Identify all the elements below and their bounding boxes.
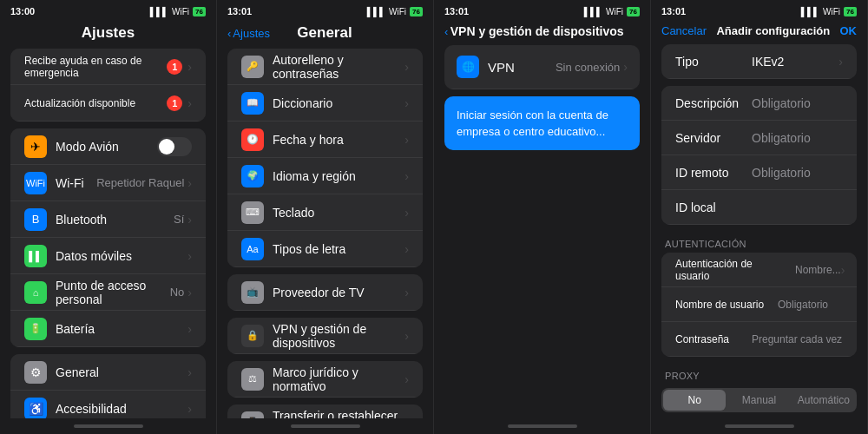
servidor-placeholder: Obligatorio [752, 131, 843, 145]
legal-row[interactable]: ⚖ Marco jurídico y normativo › [227, 361, 423, 398]
fonts-row[interactable]: Aa Tipos de letra › [227, 231, 423, 267]
tvprovider-icon: 📺 [241, 281, 264, 304]
proxy-manual-button[interactable]: Manual [727, 390, 790, 411]
contrasena-placeholder: Preguntar cada vez [752, 333, 843, 345]
datetime-row[interactable]: 🕐 Fecha y hora › [227, 122, 423, 158]
tipo-label: Tipo [675, 55, 745, 69]
battery-2: 76 [410, 7, 423, 16]
proxy-no-button[interactable]: No [663, 390, 726, 411]
tipo-value: IKEv2 [752, 55, 838, 69]
keyboard-chevron: › [404, 206, 409, 220]
page-title-3: VPN y gestión de dispositivos [448, 24, 626, 38]
dictionary-chevron: › [404, 96, 409, 110]
language-row[interactable]: 🌍 Idioma y región › [227, 158, 423, 194]
autofill-row[interactable]: 🔑 Autorelleno y contraseñas › [227, 49, 423, 85]
panel-content-4: Tipo IKEv2 › Descripción Obligatorio Ser… [651, 44, 867, 418]
id-local-row[interactable]: ID local [661, 190, 857, 225]
emergency-badge: 1 [167, 59, 182, 75]
emergency-section: Recibe ayuda en caso de emergencia 1 › A… [10, 49, 206, 122]
autofill-icon: 🔑 [241, 56, 264, 78]
cellular-label: Datos móviles [56, 249, 187, 263]
back-chevron-2: ‹ [227, 27, 231, 40]
tv-section: 📺 Proveedor de TV › [227, 274, 423, 311]
language-chevron: › [404, 169, 409, 183]
fields-section: Descripción Obligatorio Servidor Obligat… [661, 86, 857, 225]
update-chevron: › [187, 96, 192, 110]
signal-icon-1: ▌▌▌ [150, 7, 168, 16]
wifi-icon-4: WiFi [823, 7, 840, 16]
fonts-chevron: › [404, 242, 409, 256]
time-4: 13:01 [661, 6, 686, 16]
vpndevice-label: VPN y gestión de dispositivos [273, 322, 404, 350]
page-title-4: Añadir configuración [707, 24, 839, 37]
contrasena-label: Contraseña [675, 333, 745, 345]
transfer-icon: 📱 [241, 411, 264, 419]
vpn-info-card[interactable]: Iniciar sesión con la cuenta de empresa … [444, 96, 640, 150]
cellular-chevron: › [187, 249, 192, 263]
wifi-chevron: › [187, 176, 192, 190]
time-2: 13:01 [227, 6, 252, 16]
home-indicator-3 [508, 424, 577, 428]
vpndevice-row[interactable]: 🔒 VPN y gestión de dispositivos › [227, 318, 423, 354]
wifi-row[interactable]: WiFi Wi-Fi Repetidor Raquel › [10, 165, 206, 201]
language-icon: 🌍 [241, 165, 264, 187]
status-icons-3: ▌▌▌ WiFi 76 [584, 7, 640, 16]
servidor-label: Servidor [675, 131, 745, 145]
home-indicator-2 [291, 424, 360, 428]
keyboard-icon: ⌨ [241, 201, 264, 224]
contrasena-row[interactable]: Contraseña Preguntar cada vez [661, 322, 857, 357]
legal-section: ⚖ Marco jurídico y normativo › [227, 361, 423, 398]
keyboard-row[interactable]: ⌨ Teclado › [227, 194, 423, 231]
vpndevice-section: 🔒 VPN y gestión de dispositivos › [227, 318, 423, 354]
cancel-button[interactable]: Cancelar [661, 24, 707, 37]
airplane-row[interactable]: ✈ Modo Avión [10, 128, 206, 165]
airplane-label: Modo Avión [56, 140, 157, 154]
update-row[interactable]: Actualización disponible 1 › [10, 85, 206, 122]
ok-button[interactable]: OK [840, 24, 858, 37]
transfer-label: Transferir o restablecer el iPh… [273, 409, 404, 419]
airplane-toggle[interactable] [157, 137, 192, 156]
emergency-row[interactable]: Recibe ayuda en caso de emergencia 1 › [10, 49, 206, 85]
dictionary-row[interactable]: 📖 Diccionario › [227, 85, 423, 122]
datetime-label: Fecha y hora [273, 133, 404, 147]
auth-usuario-row[interactable]: Autenticación de usuario Nombre... › [661, 253, 857, 287]
panel-add-config: 13:01 ▌▌▌ WiFi 76 Cancelar Añadir config… [651, 0, 868, 434]
nav-bar-3: ‹ VPN y gestión de dispositivos [434, 21, 650, 45]
keyboard-label: Teclado [273, 206, 404, 220]
language-label: Idioma y región [273, 169, 404, 183]
bottom-bar-2 [217, 418, 433, 434]
proxy-automatico-button[interactable]: Automático [792, 390, 855, 411]
wifi-icon-3: WiFi [606, 7, 623, 16]
cellular-row[interactable]: ▌▌ Datos móviles › [10, 238, 206, 274]
back-button-2[interactable]: ‹ Ajustes [227, 27, 270, 40]
vpn-section: 🌐 VPN Sin conexión › [444, 45, 640, 89]
servidor-row[interactable]: Servidor Obligatorio [661, 121, 857, 155]
descripcion-row[interactable]: Descripción Obligatorio [661, 86, 857, 121]
id-remoto-placeholder: Obligatorio [752, 166, 843, 180]
transfer-row[interactable]: 📱 Transferir o restablecer el iPh… › [227, 404, 423, 418]
hotspot-row[interactable]: ⌂ Punto de acceso personal No › [10, 274, 206, 311]
bluetooth-row[interactable]: B Bluetooth Sí › [10, 201, 206, 238]
legal-icon: ⚖ [241, 368, 264, 391]
tipo-row[interactable]: Tipo IKEv2 › [661, 44, 857, 79]
battery-row[interactable]: 🔋 Batería › [10, 311, 206, 347]
proxy-section-label: PROXY [651, 364, 867, 385]
panel-general: 13:01 ▌▌▌ WiFi 76 ‹ Ajustes General 🔑 Au… [217, 0, 434, 434]
hotspot-chevron: › [187, 286, 192, 299]
status-bar-4: 13:01 ▌▌▌ WiFi 76 [651, 0, 867, 21]
fonts-label: Tipos de letra [273, 242, 404, 256]
status-icons-1: ▌▌▌ WiFi 76 [150, 7, 206, 16]
accessibility-row[interactable]: ♿ Accesibilidad › [10, 391, 206, 418]
id-remoto-row[interactable]: ID remoto Obligatorio [661, 155, 857, 190]
accessibility-chevron: › [187, 402, 192, 416]
wifi-label: Wi-Fi [56, 176, 96, 190]
vpn-row[interactable]: 🌐 VPN Sin conexión › [444, 45, 640, 89]
auth-usuario-label: Autenticación de usuario [675, 258, 788, 282]
time-3: 13:01 [444, 6, 469, 16]
vpndevice-chevron: › [404, 329, 409, 343]
tvprovider-row[interactable]: 📺 Proveedor de TV › [227, 274, 423, 311]
general-row[interactable]: ⚙ General › [10, 354, 206, 391]
general-rows-1: 🔑 Autorelleno y contraseñas › 📖 Dicciona… [227, 49, 423, 267]
nombre-usuario-row[interactable]: Nombre de usuario Obligatorio [661, 287, 857, 322]
network-section: ✈ Modo Avión WiFi Wi-Fi Repetidor Raquel… [10, 128, 206, 347]
